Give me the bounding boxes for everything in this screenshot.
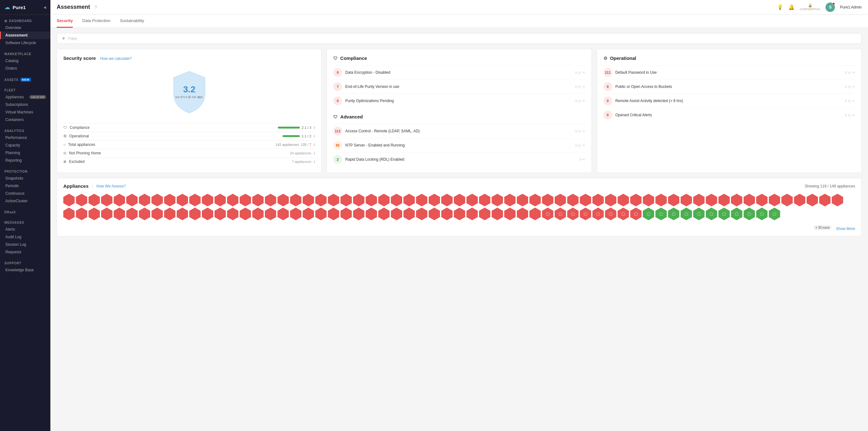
adv-target-0[interactable]: ◎	[578, 129, 581, 133]
sidebar-item-virtual-machines[interactable]: Virtual Machines	[0, 109, 51, 116]
hex-appliance-96[interactable]	[492, 208, 503, 220]
adv-edit-1[interactable]: ✏	[582, 143, 585, 148]
not-phoning-info[interactable]: ℹ	[314, 151, 315, 155]
hex-appliance-74[interactable]	[215, 208, 226, 220]
hex-appliance-61[interactable]	[832, 194, 843, 206]
how-we-calculate-link[interactable]: How we calculate?	[100, 56, 132, 61]
hex-appliance-34[interactable]	[492, 194, 503, 206]
hex-appliance-21[interactable]	[328, 194, 339, 206]
hex-appliance-50[interactable]	[693, 194, 705, 206]
tab-security[interactable]: Security	[57, 14, 73, 28]
hex-appliance-38[interactable]	[542, 194, 553, 206]
sidebar-item-alerts[interactable]: Alerts	[0, 225, 51, 233]
hex-appliance-78[interactable]	[265, 208, 276, 220]
hex-appliance-52[interactable]	[718, 194, 730, 206]
adv-edit-0[interactable]: ✏	[582, 129, 585, 133]
hex-appliance-57[interactable]	[781, 194, 793, 206]
hex-appliance-108[interactable]: ⬡	[643, 208, 654, 220]
edit-icon-1[interactable]: ✏	[582, 85, 585, 89]
hex-appliance-2[interactable]	[89, 194, 100, 206]
hex-appliance-77[interactable]	[252, 208, 264, 220]
hex-appliance-22[interactable]	[340, 194, 352, 206]
hex-appliance-81[interactable]	[303, 208, 314, 220]
hex-appliance-56[interactable]	[769, 194, 780, 206]
hex-appliance-113[interactable]: ⬡	[706, 208, 717, 220]
hex-appliance-88[interactable]	[391, 208, 402, 220]
sidebar-item-reporting[interactable]: Reporting	[0, 157, 51, 164]
hex-appliance-40[interactable]	[567, 194, 579, 206]
hex-appliance-0[interactable]	[63, 194, 75, 206]
hex-appliance-72[interactable]	[189, 208, 200, 220]
hex-appliance-49[interactable]	[681, 194, 692, 206]
hex-appliance-85[interactable]	[353, 208, 364, 220]
op-edit-0[interactable]: ✏	[852, 70, 855, 75]
sidebar-item-periodic[interactable]: Periodic	[0, 182, 51, 190]
hex-appliance-7[interactable]	[152, 194, 163, 206]
hex-appliance-30[interactable]	[441, 194, 453, 206]
tab-sustainability[interactable]: Sustainability	[120, 14, 144, 28]
op-edit-2[interactable]: ✏	[852, 99, 855, 103]
adv-info-0[interactable]: ℹ	[576, 129, 577, 133]
target-icon[interactable]: ◎	[578, 70, 581, 75]
excluded-info[interactable]: ℹ	[314, 160, 315, 164]
op-info-2[interactable]: ℹ	[845, 99, 846, 103]
hex-appliance-18[interactable]	[290, 194, 301, 206]
sidebar-item-assessment[interactable]: Assessment	[0, 31, 51, 39]
hex-appliance-90[interactable]	[416, 208, 427, 220]
hex-appliance-33[interactable]	[479, 194, 490, 206]
sidebar-item-catalog[interactable]: Catalog	[0, 57, 51, 65]
hex-appliance-94[interactable]	[466, 208, 478, 220]
hex-appliance-64[interactable]	[89, 208, 100, 220]
hex-appliance-104[interactable]: ⬡	[592, 208, 604, 220]
hex-appliance-27[interactable]	[403, 194, 415, 206]
edit-icon[interactable]: ✏	[582, 70, 585, 75]
hex-appliance-65[interactable]	[101, 208, 113, 220]
bulb-icon[interactable]: 💡	[777, 4, 783, 10]
compliance-info-icon[interactable]: ℹ	[314, 126, 315, 130]
hex-appliance-115[interactable]: ⬡	[731, 208, 742, 220]
adv-info-1[interactable]: ℹ	[576, 143, 577, 148]
hex-appliance-60[interactable]	[819, 194, 831, 206]
sidebar-item-performance[interactable]: Performance	[0, 134, 51, 142]
hex-appliance-20[interactable]	[315, 194, 327, 206]
hex-appliance-67[interactable]	[126, 208, 137, 220]
hex-appliance-97[interactable]	[504, 208, 516, 220]
hex-appliance-37[interactable]	[529, 194, 541, 206]
hex-appliance-24[interactable]	[366, 194, 377, 206]
sidebar-item-overview[interactable]: Overview	[0, 24, 51, 31]
op-info-3[interactable]: ℹ	[845, 113, 846, 117]
adv-info-2[interactable]: ℹ	[580, 157, 581, 162]
hex-appliance-63[interactable]	[76, 208, 87, 220]
hex-appliance-5[interactable]	[126, 194, 137, 206]
sidebar-item-containers[interactable]: Containers	[0, 116, 51, 123]
hex-appliance-55[interactable]	[756, 194, 768, 206]
hex-appliance-110[interactable]: ⬡	[668, 208, 679, 220]
hex-appliance-103[interactable]: ⬡	[580, 208, 591, 220]
hex-appliance-51[interactable]	[706, 194, 717, 206]
hex-appliance-117[interactable]: ⬡	[756, 208, 768, 220]
hex-appliance-89[interactable]	[403, 208, 415, 220]
sidebar-item-subscriptions[interactable]: Subscriptions	[0, 101, 51, 109]
hex-appliance-26[interactable]	[391, 194, 402, 206]
edit-icon-2[interactable]: ✏	[582, 99, 585, 103]
hex-appliance-100[interactable]: ⬡	[542, 208, 553, 220]
hex-appliance-116[interactable]: ⬡	[744, 208, 755, 220]
hex-appliance-46[interactable]	[643, 194, 654, 206]
hex-appliance-32[interactable]	[466, 194, 478, 206]
hex-appliance-59[interactable]	[807, 194, 818, 206]
sidebar-item-appliances[interactable]: Appliances 144 of 160	[0, 93, 51, 101]
hex-appliance-84[interactable]	[340, 208, 352, 220]
hex-appliance-41[interactable]	[580, 194, 591, 206]
hex-appliance-39[interactable]	[555, 194, 566, 206]
hex-appliance-13[interactable]	[227, 194, 239, 206]
adv-target-1[interactable]: ◎	[578, 143, 581, 148]
hex-appliance-15[interactable]	[252, 194, 264, 206]
hex-appliance-93[interactable]	[454, 208, 465, 220]
hex-appliance-98[interactable]	[517, 208, 528, 220]
hex-appliance-82[interactable]	[315, 208, 327, 220]
hex-appliance-10[interactable]	[189, 194, 200, 206]
hex-appliance-99[interactable]	[529, 208, 541, 220]
hex-appliance-76[interactable]	[240, 208, 251, 220]
op-target-1[interactable]: ◎	[848, 85, 851, 89]
target-icon-2[interactable]: ◎	[578, 99, 581, 103]
